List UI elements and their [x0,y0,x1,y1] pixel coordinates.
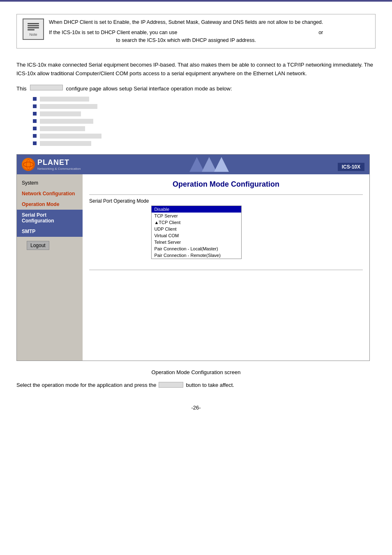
sidebar-item-serial-port[interactable]: Serial Port Configuration [17,210,83,226]
dd-item-atcp-client[interactable]: ▲TCP Client [152,219,241,226]
logout-button[interactable]: Logout [27,241,49,250]
bullet-list [33,97,376,146]
this-placeholder [30,85,63,90]
config-title: Operation Mode Configuration [89,180,363,189]
note-line2-end: to search the ICS-10x which with DHCP as… [49,37,323,44]
bullet-icon [33,119,37,123]
ics-badge: ICS-10X [338,163,364,171]
list-item [33,104,376,109]
brand-sub: Networking & Communication [37,167,81,171]
planet-logo: PLANET Networking & Communication [22,158,81,171]
device-header: PLANET Networking & Communication ICS-10… [17,155,369,174]
form-row: Serial Port Operating Mode Disable TCP S… [89,197,363,204]
main-paragraph: The ICS-10x make connected Serial equipm… [16,61,376,78]
svg-point-0 [23,160,33,169]
sidebar: System Network Configuration Operation M… [17,174,83,361]
sidebar-logout-container: Logout [17,237,83,254]
content-spacer [89,273,363,355]
this-middle: configure page allows setup Serial inter… [66,86,232,92]
bullet-icon [33,134,37,138]
dd-item-pair-remote[interactable]: Pair Connection - Remote(Slave) [152,252,241,259]
dd-item-virtual-com[interactable]: Virtual COM [152,232,241,239]
note-icon: Note [23,18,44,40]
bottom-note-text1: Select the operation mode for the applic… [16,382,156,388]
page-number: -26- [16,405,376,415]
list-item [33,97,376,102]
note-text: When DHCP Client is set to Enable, the I… [49,18,323,44]
bullet-text-placeholder [40,126,85,131]
note-line2-start: If the ICS-10x is set to DHCP Client ena… [49,29,177,37]
divider-bottom [89,270,363,270]
list-item [33,111,376,116]
bottom-note: Select the operation mode for the applic… [16,382,376,388]
bullet-icon [33,127,37,130]
note-line2: If the ICS-10x is set to DHCP Client ena… [49,29,323,37]
this-row: This configure page allows setup Serial … [16,85,376,92]
list-item [33,126,376,131]
dropdown-list[interactable]: Disable TCP Server ▲TCP Client UDP Clien… [151,206,242,259]
form-label: Serial Port Operating Mode [89,197,149,204]
dd-item-disable[interactable]: Disable [152,206,241,213]
note-label: Note [29,32,37,37]
apply-button-placeholder [159,382,183,388]
sidebar-item-system[interactable]: System [17,178,83,188]
sidebar-item-network-config[interactable]: Network Configuration [17,188,83,199]
bullet-text-placeholder [40,141,91,146]
note-line2-or: or [318,29,323,37]
bullet-text-placeholder [40,111,81,116]
list-item [33,134,376,139]
bullet-icon [33,97,37,101]
bullet-text-placeholder [40,134,101,139]
this-label: This [16,86,27,92]
device-ui: PLANET Networking & Communication ICS-10… [16,154,370,361]
sidebar-item-operation-mode[interactable]: Operation Mode [17,199,83,210]
sidebar-item-smtp[interactable]: SMTP [17,226,83,237]
dd-item-tcp-server[interactable]: TCP Server [152,213,241,219]
dd-item-telnet-server[interactable]: Telnet Server [152,239,241,245]
dd-item-pair-local[interactable]: Pair Connection - Local(Master) [152,245,241,252]
device-body: System Network Configuration Operation M… [17,174,369,361]
header-triangles [189,157,229,172]
note-line1: When DHCP Client is set to Enable, the I… [49,18,323,26]
brand-name: PLANET [37,158,81,167]
triangle-3 [214,157,229,172]
dd-item-udp-client[interactable]: UDP Client [152,226,241,232]
list-item [33,119,376,124]
bottom-note-text2: button to take affect. [186,382,234,388]
divider-top [89,194,363,195]
planet-logo-circle [22,158,35,171]
note-box: Note When DHCP Client is set to Enable, … [16,14,376,49]
bullet-icon [33,112,37,116]
bullet-icon [33,104,37,108]
bullet-icon [33,141,37,145]
list-item [33,141,376,146]
bullet-text-placeholder [40,97,89,102]
bullet-text-placeholder [40,119,93,124]
main-panel: Operation Mode Configuration Serial Port… [83,174,369,361]
bullet-text-placeholder [40,104,97,109]
caption: Operation Mode Configuration screen [16,369,376,375]
